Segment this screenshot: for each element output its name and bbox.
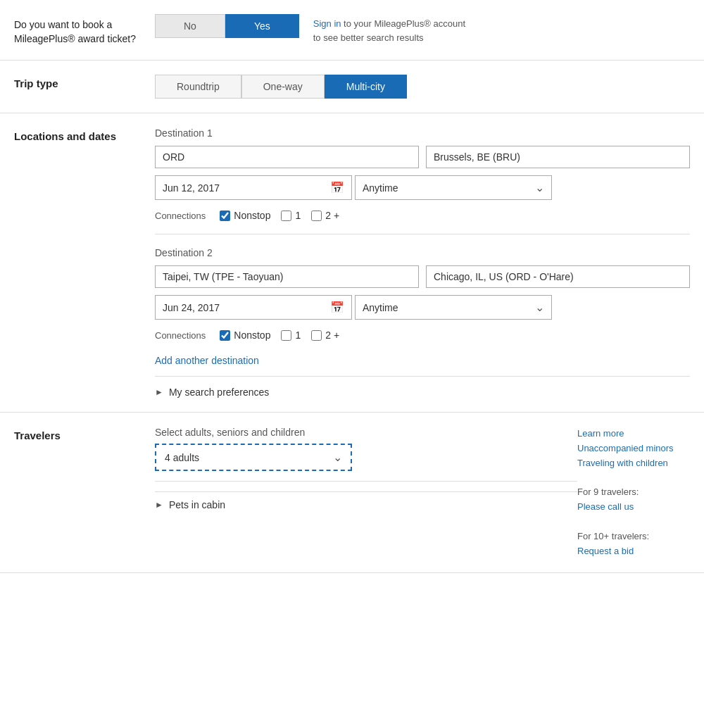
nonstop-2-text: Nonstop (234, 330, 270, 341)
travelers-left: Select adults, seniors and children 4 ad… (155, 427, 577, 558)
locations-section: Locations and dates Destination 1 Jun 12… (0, 113, 704, 413)
nonstop-2-label[interactable]: Nonstop (220, 330, 270, 341)
locations-label: Locations and dates (14, 127, 155, 142)
destination-1-block: Destination 1 Jun 12, 2017 📅 Anytime ⌄ C… (155, 127, 690, 221)
ten-travelers-text: For 10+ travelers: (577, 531, 649, 541)
preferences-arrow-icon: ► (155, 387, 163, 397)
nonstop-1-label[interactable]: Nonstop (220, 210, 270, 221)
nonstop-1-text: Nonstop (234, 210, 270, 221)
two-plus-1-text: 2 + (325, 210, 339, 221)
trip-oneway-button[interactable]: One-way (241, 75, 325, 99)
trip-type-content: Roundtrip One-way Multi-city (155, 75, 690, 99)
trip-type-label: Trip type (14, 75, 155, 89)
traveling-children-link[interactable]: Traveling with children (577, 458, 668, 468)
destination-1-inputs (155, 146, 690, 168)
travelers-select-wrap[interactable]: 4 adults ⌄ (155, 444, 352, 471)
one-stop-2-label[interactable]: 1 (281, 330, 301, 341)
nine-travelers-text: For 9 travelers: (577, 487, 639, 497)
award-ticket-section: Do you want to book a MileagePlus® award… (0, 0, 704, 61)
request-bid-link[interactable]: Request a bid (577, 546, 634, 556)
destination-1-time-wrap[interactable]: Anytime ⌄ (355, 175, 552, 200)
destination-1-to[interactable] (426, 146, 690, 168)
award-yes-button[interactable]: Yes (225, 14, 299, 38)
one-stop-2-text: 1 (295, 330, 301, 341)
chevron-down-icon-1: ⌄ (535, 181, 544, 194)
please-call-us-link[interactable]: Please call us (577, 501, 634, 512)
pets-arrow-icon: ► (155, 500, 163, 510)
chevron-down-icon-travelers: ⌄ (333, 451, 342, 464)
destination-2-date: Jun 24, 2017 (163, 302, 220, 313)
trip-roundtrip-button[interactable]: Roundtrip (155, 75, 241, 99)
one-stop-1-label[interactable]: 1 (281, 210, 301, 221)
connections-label-1: Connections (155, 211, 206, 221)
one-stop-1-text: 1 (295, 210, 301, 221)
travelers-right: Learn more Unaccompanied minors Travelin… (577, 427, 690, 558)
trip-type-buttons: Roundtrip One-way Multi-city (155, 75, 690, 99)
two-plus-1-label[interactable]: 2 + (311, 210, 339, 221)
award-no-button[interactable]: No (155, 14, 225, 38)
nonstop-2-checkbox[interactable] (220, 330, 230, 341)
destination-1-title: Destination 1 (155, 127, 690, 139)
destination-2-time: Anytime (363, 302, 398, 313)
destination-1-date: Jun 12, 2017 (163, 182, 220, 194)
trip-type-section: Trip type Roundtrip One-way Multi-city (0, 61, 704, 113)
select-travelers-label: Select adults, seniors and children (155, 427, 577, 438)
pets-row[interactable]: ► Pets in cabin (155, 491, 577, 510)
add-destination-link[interactable]: Add another destination (155, 355, 259, 366)
pets-label: Pets in cabin (169, 499, 225, 510)
destination-2-block: Destination 2 Jun 24, 2017 📅 Anytime ⌄ C… (155, 247, 690, 341)
calendar-icon-1: 📅 (330, 181, 344, 194)
learn-more-link[interactable]: Learn more (577, 428, 624, 439)
travelers-section: Travelers Select adults, seniors and chi… (0, 413, 704, 573)
one-stop-1-checkbox[interactable] (281, 211, 291, 221)
destination-separator (155, 234, 690, 234)
travelers-label: Travelers (14, 427, 155, 441)
connections-label-2: Connections (155, 330, 206, 341)
sign-in-link[interactable]: Sign in (313, 18, 341, 29)
destination-1-date-wrap[interactable]: Jun 12, 2017 📅 (155, 175, 352, 200)
preferences-label: My search preferences (169, 387, 269, 398)
pets-separator (155, 481, 577, 482)
unaccompanied-minors-link[interactable]: Unaccompanied minors (577, 443, 674, 453)
search-preferences-row[interactable]: ► My search preferences (155, 387, 690, 398)
two-plus-1-checkbox[interactable] (311, 211, 322, 221)
award-ticket-question: Do you want to book a MileagePlus® award… (14, 14, 155, 46)
destination-2-date-wrap[interactable]: Jun 24, 2017 📅 (155, 295, 352, 320)
two-plus-2-label[interactable]: 2 + (311, 330, 339, 341)
destination-2-connections: Connections Nonstop 1 2 + (155, 330, 690, 341)
destination-1-time: Anytime (363, 182, 398, 194)
two-plus-2-text: 2 + (325, 330, 339, 341)
calendar-icon-2: 📅 (330, 301, 344, 314)
destination-2-title: Destination 2 (155, 247, 690, 258)
award-ticket-buttons: No Yes (155, 14, 299, 38)
destination-1-connections: Connections Nonstop 1 2 + (155, 210, 690, 221)
one-stop-2-checkbox[interactable] (281, 330, 291, 341)
locations-content: Destination 1 Jun 12, 2017 📅 Anytime ⌄ C… (155, 127, 690, 398)
destination-2-to[interactable] (426, 265, 690, 288)
nonstop-1-checkbox[interactable] (220, 211, 230, 221)
preferences-separator (155, 376, 690, 377)
chevron-down-icon-2: ⌄ (535, 301, 544, 314)
travelers-layout: Select adults, seniors and children 4 ad… (155, 427, 690, 558)
destination-2-time-wrap[interactable]: Anytime ⌄ (355, 295, 552, 320)
trip-multicity-button[interactable]: Multi-city (325, 75, 407, 99)
two-plus-2-checkbox[interactable] (311, 330, 322, 341)
travelers-value: 4 adults (165, 452, 199, 463)
destination-1-from[interactable] (155, 146, 419, 168)
award-sign-in-text: Sign in to your MileagePlus® account to … (313, 14, 468, 44)
destination-2-from[interactable] (155, 265, 419, 288)
destination-2-inputs (155, 265, 690, 288)
